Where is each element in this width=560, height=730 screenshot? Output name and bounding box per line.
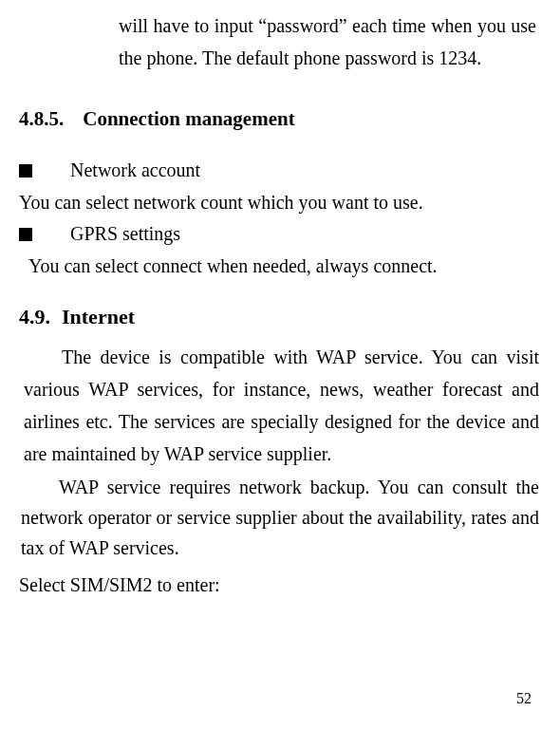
section-title: Internet [62, 305, 135, 328]
section-title: Connection management [83, 107, 294, 130]
section-number: 4.8.5. [19, 107, 64, 131]
section-heading-internet: 4.9.Internet [19, 305, 541, 329]
internet-paragraph-1: The device is compatible with WAP servic… [24, 341, 539, 470]
bullet-row-gprs: GPRS settings [19, 223, 541, 245]
intro-paragraph: will have to input “password” each time … [119, 9, 536, 74]
bullet-desc-gprs: You can select connect when needed, alwa… [19, 251, 541, 281]
square-bullet-icon [19, 164, 32, 178]
bullet-label-network: Network account [70, 159, 200, 181]
bullet-label-gprs: GPRS settings [70, 223, 180, 245]
select-sim-line: Select SIM/SIM2 to enter: [19, 574, 541, 596]
square-bullet-icon [19, 228, 32, 241]
section-heading-connection: 4.8.5.Connection management [19, 107, 541, 131]
section-number: 4.9. [19, 305, 50, 329]
bullet-desc-network: You can select network count which you w… [19, 187, 541, 217]
bullet-row-network: Network account [19, 159, 541, 181]
page-number: 52 [516, 690, 532, 707]
internet-paragraph-2: WAP service requires network backup. You… [21, 472, 539, 563]
